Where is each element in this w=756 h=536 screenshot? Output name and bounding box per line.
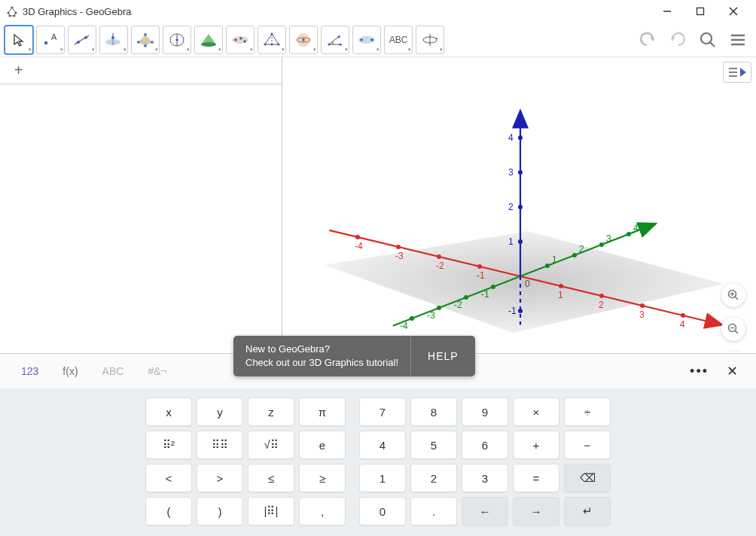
key-,[interactable]: , — [299, 497, 346, 525]
key->[interactable]: > — [197, 464, 243, 492]
svg-point-20 — [144, 44, 147, 47]
maximize-button[interactable] — [684, 1, 717, 22]
svg-text:4: 4 — [633, 223, 639, 233]
key-1[interactable]: 1 — [359, 464, 406, 492]
redo-button[interactable] — [664, 26, 691, 53]
search-button[interactable] — [694, 26, 721, 53]
key-e[interactable]: e — [299, 431, 346, 459]
keyboard-close-button[interactable]: ✕ — [718, 363, 747, 379]
svg-point-62 — [559, 284, 563, 288]
intersect-tool[interactable] — [194, 26, 223, 54]
key-z[interactable]: z — [248, 397, 294, 426]
perpendicular-tool[interactable] — [99, 26, 128, 54]
svg-point-39 — [339, 43, 341, 45]
key-8[interactable]: 8 — [410, 397, 457, 426]
key-→[interactable]: → — [513, 497, 559, 525]
svg-text:2: 2 — [508, 202, 514, 212]
menu-button[interactable] — [724, 26, 751, 53]
key-0[interactable]: 0 — [359, 497, 406, 525]
close-button[interactable] — [717, 1, 750, 22]
zoom-in-button[interactable] — [721, 283, 745, 307]
svg-point-23 — [175, 38, 178, 41]
svg-point-36 — [302, 38, 305, 41]
svg-point-54 — [355, 235, 360, 239]
add-button[interactable]: + — [0, 57, 38, 84]
svg-text:-4: -4 — [355, 241, 363, 251]
svg-line-101 — [735, 297, 738, 300]
plane-tool[interactable] — [226, 26, 255, 54]
svg-text:4: 4 — [508, 132, 514, 143]
move-tool[interactable] — [5, 26, 33, 54]
key-9[interactable]: 9 — [462, 397, 508, 426]
svg-point-26 — [234, 38, 237, 41]
key-⌫[interactable]: ⌫ — [564, 464, 611, 492]
key-([interactable]: ( — [145, 497, 192, 525]
help-button[interactable]: HELP — [410, 336, 475, 376]
svg-point-15 — [105, 39, 120, 45]
text-tool[interactable]: ABC — [384, 26, 413, 54]
key-←[interactable]: ← — [462, 497, 508, 525]
key-3[interactable]: 3 — [462, 464, 508, 492]
svg-point-9 — [44, 41, 47, 44]
mode-fx[interactable]: f(x) — [50, 361, 90, 382]
rotate-view-tool[interactable] — [416, 26, 444, 54]
zoom-out-button[interactable] — [721, 317, 745, 341]
key-+[interactable]: + — [513, 431, 559, 459]
svg-point-97 — [518, 136, 523, 140]
key-5[interactable]: 5 — [410, 431, 457, 459]
svg-text:-1: -1 — [477, 270, 485, 281]
key-|⠿|[interactable]: |⠿| — [248, 497, 294, 525]
key-6[interactable]: 6 — [462, 431, 508, 459]
toolbar: A ABC — [0, 23, 756, 57]
svg-point-60 — [477, 264, 482, 269]
key-−[interactable]: − — [564, 431, 611, 459]
point-tool[interactable]: A — [36, 26, 65, 54]
key-≤[interactable]: ≤ — [248, 464, 294, 492]
svg-point-13 — [84, 36, 87, 39]
key-4[interactable]: 4 — [359, 431, 406, 459]
key-÷[interactable]: ÷ — [564, 397, 611, 426]
mode-123[interactable]: 123 — [9, 361, 50, 382]
svg-text:-3: -3 — [427, 310, 435, 321]
svg-point-66 — [640, 303, 645, 308]
graphics-3d-view[interactable]: -4-3-2-11234-4-3-2-11234-112340 — [282, 57, 756, 353]
pyramid-tool[interactable] — [258, 26, 286, 54]
svg-text:1: 1 — [552, 254, 557, 265]
reflect-tool[interactable] — [352, 26, 381, 54]
key-π[interactable]: π — [299, 397, 346, 426]
text-tool-label: ABC — [389, 35, 408, 45]
key-y[interactable]: y — [197, 397, 243, 426]
keyboard-more-button[interactable]: ••• — [681, 364, 718, 379]
key-2[interactable]: 2 — [410, 464, 457, 492]
sphere-tool[interactable] — [289, 26, 318, 54]
mode-sym[interactable]: #&¬ — [136, 361, 178, 382]
key-)[interactable]: ) — [197, 497, 243, 525]
key-.[interactable]: . — [410, 497, 457, 525]
key-=[interactable]: = — [513, 464, 559, 492]
tutorial-tooltip: New to GeoGebra? Check out our 3D Graphi… — [233, 336, 475, 376]
key-⠿²[interactable]: ⠿² — [145, 431, 192, 459]
key-7[interactable]: 7 — [359, 397, 406, 426]
svg-point-71 — [410, 316, 414, 321]
mode-abc[interactable]: ABC — [90, 361, 136, 382]
polygon-tool[interactable] — [131, 26, 160, 54]
svg-line-105 — [735, 330, 738, 333]
svg-point-41 — [360, 38, 363, 41]
key-≥[interactable]: ≥ — [299, 464, 346, 492]
line-tool[interactable] — [68, 26, 96, 54]
svg-text:1: 1 — [508, 236, 514, 247]
key-×[interactable]: × — [513, 397, 559, 426]
key-↵[interactable]: ↵ — [564, 497, 611, 525]
svg-point-81 — [572, 253, 577, 257]
key-x[interactable]: x — [145, 397, 192, 426]
svg-line-46 — [710, 42, 715, 47]
undo-button[interactable] — [634, 26, 661, 53]
input-mode-bar: New to GeoGebra? Check out our 3D Graphi… — [0, 354, 756, 388]
key-⠿⠿[interactable]: ⠿⠿ — [197, 431, 243, 459]
svg-point-58 — [437, 254, 441, 259]
key-<[interactable]: < — [145, 464, 192, 492]
key-√⠿[interactable]: √⠿ — [248, 431, 294, 459]
angle-tool[interactable] — [321, 26, 349, 54]
minimize-button[interactable] — [651, 1, 684, 22]
circle-tool[interactable] — [163, 26, 191, 54]
